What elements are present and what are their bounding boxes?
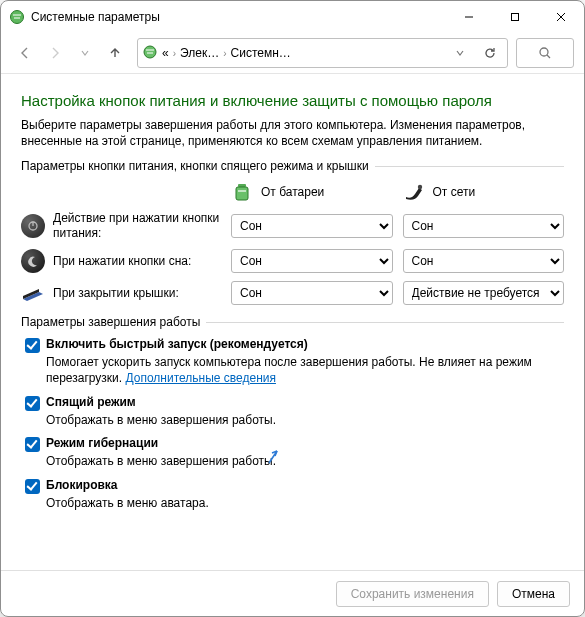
- plug-icon: [403, 181, 425, 203]
- titlebar: Системные параметры: [1, 1, 584, 33]
- svg-rect-10: [238, 190, 246, 192]
- app-icon: [9, 9, 25, 25]
- row-lid-label: При закрытии крышки:: [21, 281, 221, 305]
- option-sleep: Спящий режим Отображать в меню завершени…: [25, 395, 564, 429]
- footer: Сохранить изменения Отмена: [1, 570, 584, 616]
- lock-checkbox[interactable]: [25, 479, 40, 494]
- sleep-on-battery-select[interactable]: Сон: [231, 249, 393, 273]
- lock-title: Блокировка: [46, 478, 118, 492]
- close-button[interactable]: [538, 1, 584, 33]
- column-header-battery-label: От батареи: [261, 185, 324, 199]
- row-power-label: Действие при нажатии кнопки питания:: [21, 211, 221, 241]
- column-headers: От батареи От сети: [21, 181, 564, 203]
- refresh-button[interactable]: [477, 40, 503, 66]
- recent-dropdown-button[interactable]: [71, 39, 99, 67]
- maximize-button[interactable]: [492, 1, 538, 33]
- hibernation-checkbox[interactable]: [25, 437, 40, 452]
- group-shutdown-label: Параметры завершения работы: [21, 315, 564, 329]
- forward-button[interactable]: [41, 39, 69, 67]
- option-lock: Блокировка Отображать в меню аватара.: [25, 478, 564, 512]
- lock-desc: Отображать в меню аватара.: [46, 496, 564, 512]
- sleep-on-ac-select[interactable]: Сон: [403, 249, 565, 273]
- option-hibernation: Режим гибернации Отображать в меню завер…: [25, 436, 564, 470]
- row-power-button: Действие при нажатии кнопки питания: Сон…: [21, 211, 564, 241]
- address-dropdown-button[interactable]: [447, 40, 473, 66]
- power-on-ac-select[interactable]: Сон: [403, 214, 565, 238]
- page-intro: Выберите параметры завершения работы для…: [21, 117, 564, 149]
- minimize-button[interactable]: [446, 1, 492, 33]
- svg-point-6: [540, 48, 548, 56]
- save-button[interactable]: Сохранить изменения: [336, 581, 489, 607]
- row-sleep-button: При нажатии кнопки сна: Сон Сон: [21, 249, 564, 273]
- svg-rect-9: [236, 187, 248, 200]
- column-header-battery: От батареи: [231, 181, 393, 203]
- hibernation-desc: Отображать в меню завершения работы.: [46, 454, 564, 470]
- power-on-battery-select[interactable]: Сон: [231, 214, 393, 238]
- back-button[interactable]: [11, 39, 39, 67]
- address-icon: [142, 44, 158, 63]
- window: Системные параметры «› Эл: [0, 0, 585, 617]
- row-sleep-label: При нажатии кнопки сна:: [21, 249, 221, 273]
- search-box[interactable]: [516, 38, 574, 68]
- svg-line-7: [547, 55, 550, 58]
- group-buttons-label: Параметры кнопки питания, кнопки спящего…: [21, 159, 564, 173]
- fast-startup-title: Включить быстрый запуск (рекомендуется): [46, 337, 308, 351]
- content-area: Настройка кнопок питания и включение защ…: [1, 74, 584, 570]
- fast-startup-desc: Помогает ускорить запуск компьютера посл…: [46, 355, 564, 386]
- column-header-ac: От сети: [403, 181, 565, 203]
- breadcrumb-item-2[interactable]: Системн…: [231, 46, 291, 60]
- row-lid-close: При закрытии крышки: Сон Действие не тре…: [21, 281, 564, 305]
- lid-on-battery-select[interactable]: Сон: [231, 281, 393, 305]
- breadcrumb-item-1[interactable]: Элек…›: [180, 46, 227, 60]
- search-icon: [538, 46, 552, 60]
- breadcrumb-prefix[interactable]: «›: [162, 46, 176, 60]
- sleep-title: Спящий режим: [46, 395, 136, 409]
- lid-icon: [21, 281, 45, 305]
- sleep-checkbox[interactable]: [25, 396, 40, 411]
- column-header-ac-label: От сети: [433, 185, 476, 199]
- cancel-button[interactable]: Отмена: [497, 581, 570, 607]
- battery-icon: [231, 181, 253, 203]
- up-button[interactable]: [101, 39, 129, 67]
- svg-point-0: [11, 11, 24, 24]
- fast-startup-checkbox[interactable]: [25, 338, 40, 353]
- cursor-arrow-annotation: [279, 455, 293, 469]
- sleep-icon: [21, 249, 45, 273]
- fast-startup-more-link[interactable]: Дополнительные сведения: [125, 371, 275, 385]
- toolbar: «› Элек…› Системн…: [1, 33, 584, 73]
- address-bar[interactable]: «› Элек…› Системн…: [137, 38, 508, 68]
- hibernation-title: Режим гибернации: [46, 436, 158, 450]
- page-title: Настройка кнопок питания и включение защ…: [21, 92, 564, 109]
- svg-point-5: [144, 46, 156, 58]
- svg-rect-2: [512, 14, 519, 21]
- power-icon: [21, 214, 45, 238]
- option-fast-startup: Включить быстрый запуск (рекомендуется) …: [25, 337, 564, 386]
- svg-point-11: [417, 185, 421, 189]
- sleep-desc: Отображать в меню завершения работы.: [46, 413, 564, 429]
- window-title: Системные параметры: [31, 10, 160, 24]
- lid-on-ac-select[interactable]: Действие не требуется: [403, 281, 565, 305]
